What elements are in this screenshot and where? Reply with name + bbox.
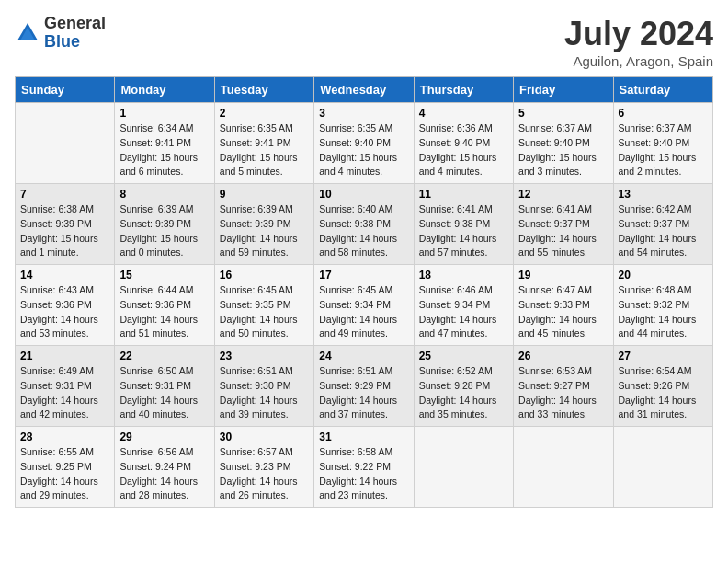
day-number: 2: [220, 107, 309, 120]
day-info: Sunrise: 6:37 AM Sunset: 9:40 PM Dayligh…: [619, 121, 708, 179]
day-number: 10: [319, 188, 408, 201]
day-info: Sunrise: 6:39 AM Sunset: 9:39 PM Dayligh…: [119, 202, 209, 260]
day-of-week-header: Saturday: [613, 77, 712, 103]
page-header: General Blue July 2024 Aguilon, Aragon, …: [15, 15, 713, 69]
day-number: 4: [419, 107, 508, 120]
calendar-cell: 1Sunrise: 6:34 AM Sunset: 9:41 PM Daylig…: [115, 103, 214, 184]
calendar-week-row: 14Sunrise: 6:43 AM Sunset: 9:36 PM Dayli…: [16, 265, 713, 346]
day-number: 18: [419, 269, 508, 282]
day-number: 26: [518, 350, 608, 362]
calendar-cell: 20Sunrise: 6:48 AM Sunset: 9:32 PM Dayli…: [613, 265, 712, 346]
logo-general-text: General: [44, 15, 106, 33]
calendar-cell: 29Sunrise: 6:56 AM Sunset: 9:24 PM Dayli…: [115, 427, 214, 508]
calendar-cell: [514, 427, 613, 508]
day-number: 22: [119, 350, 209, 362]
day-info: Sunrise: 6:55 AM Sunset: 9:25 PM Dayligh…: [20, 445, 109, 503]
day-of-week-header: Monday: [115, 77, 214, 103]
day-info: Sunrise: 6:43 AM Sunset: 9:36 PM Dayligh…: [20, 283, 109, 341]
calendar-cell: 18Sunrise: 6:46 AM Sunset: 9:34 PM Dayli…: [414, 265, 513, 346]
day-info: Sunrise: 6:57 AM Sunset: 9:23 PM Dayligh…: [220, 445, 309, 503]
day-number: 17: [319, 269, 408, 282]
day-info: Sunrise: 6:40 AM Sunset: 9:38 PM Dayligh…: [319, 202, 408, 260]
day-number: 7: [20, 188, 109, 201]
day-info: Sunrise: 6:35 AM Sunset: 9:41 PM Dayligh…: [220, 121, 309, 179]
calendar-header-row: SundayMondayTuesdayWednesdayThursdayFrid…: [16, 77, 713, 103]
calendar-week-row: 21Sunrise: 6:49 AM Sunset: 9:31 PM Dayli…: [16, 346, 713, 427]
calendar-table: SundayMondayTuesdayWednesdayThursdayFrid…: [15, 76, 713, 508]
day-number: 29: [119, 431, 209, 443]
calendar-cell: 5Sunrise: 6:37 AM Sunset: 9:40 PM Daylig…: [514, 103, 613, 184]
day-info: Sunrise: 6:51 AM Sunset: 9:29 PM Dayligh…: [319, 364, 408, 422]
day-number: 12: [518, 188, 608, 201]
calendar-cell: [16, 103, 115, 184]
calendar-cell: 4Sunrise: 6:36 AM Sunset: 9:40 PM Daylig…: [414, 103, 513, 184]
day-of-week-header: Tuesday: [214, 77, 313, 103]
day-info: Sunrise: 6:34 AM Sunset: 9:41 PM Dayligh…: [119, 121, 209, 179]
day-info: Sunrise: 6:39 AM Sunset: 9:39 PM Dayligh…: [220, 202, 309, 260]
logo: General Blue: [15, 15, 106, 52]
day-number: 16: [220, 269, 309, 282]
calendar-cell: 10Sunrise: 6:40 AM Sunset: 9:38 PM Dayli…: [314, 184, 414, 265]
day-number: 25: [419, 350, 508, 362]
calendar-cell: 11Sunrise: 6:41 AM Sunset: 9:38 PM Dayli…: [414, 184, 513, 265]
day-info: Sunrise: 6:58 AM Sunset: 9:22 PM Dayligh…: [319, 445, 408, 503]
calendar-cell: 3Sunrise: 6:35 AM Sunset: 9:40 PM Daylig…: [314, 103, 414, 184]
day-info: Sunrise: 6:38 AM Sunset: 9:39 PM Dayligh…: [20, 202, 109, 260]
calendar-cell: 31Sunrise: 6:58 AM Sunset: 9:22 PM Dayli…: [314, 427, 414, 508]
calendar-cell: 21Sunrise: 6:49 AM Sunset: 9:31 PM Dayli…: [16, 346, 115, 427]
day-number: 9: [220, 188, 309, 201]
day-info: Sunrise: 6:42 AM Sunset: 9:37 PM Dayligh…: [619, 202, 708, 260]
day-number: 28: [20, 431, 109, 443]
logo-blue-text: Blue: [44, 33, 106, 52]
day-of-week-header: Wednesday: [314, 77, 414, 103]
day-info: Sunrise: 6:45 AM Sunset: 9:34 PM Dayligh…: [319, 283, 408, 341]
day-number: 1: [119, 107, 209, 120]
day-info: Sunrise: 6:56 AM Sunset: 9:24 PM Dayligh…: [119, 445, 209, 503]
calendar-cell: 2Sunrise: 6:35 AM Sunset: 9:41 PM Daylig…: [214, 103, 313, 184]
calendar-week-row: 1Sunrise: 6:34 AM Sunset: 9:41 PM Daylig…: [16, 103, 713, 184]
calendar-week-row: 28Sunrise: 6:55 AM Sunset: 9:25 PM Dayli…: [16, 427, 713, 508]
day-number: 24: [319, 350, 408, 362]
month-year-title: July 2024: [564, 15, 713, 53]
day-info: Sunrise: 6:54 AM Sunset: 9:26 PM Dayligh…: [619, 364, 708, 422]
day-number: 27: [619, 350, 708, 362]
calendar-cell: 7Sunrise: 6:38 AM Sunset: 9:39 PM Daylig…: [16, 184, 115, 265]
day-info: Sunrise: 6:51 AM Sunset: 9:30 PM Dayligh…: [220, 364, 309, 422]
calendar-cell: 14Sunrise: 6:43 AM Sunset: 9:36 PM Dayli…: [16, 265, 115, 346]
calendar-cell: 26Sunrise: 6:53 AM Sunset: 9:27 PM Dayli…: [514, 346, 613, 427]
calendar-cell: 13Sunrise: 6:42 AM Sunset: 9:37 PM Dayli…: [613, 184, 712, 265]
day-number: 23: [220, 350, 309, 362]
location-subtitle: Aguilon, Aragon, Spain: [564, 53, 713, 69]
day-info: Sunrise: 6:44 AM Sunset: 9:36 PM Dayligh…: [119, 283, 209, 341]
day-info: Sunrise: 6:36 AM Sunset: 9:40 PM Dayligh…: [419, 121, 508, 179]
calendar-cell: [613, 427, 712, 508]
day-number: 30: [220, 431, 309, 443]
calendar-cell: 9Sunrise: 6:39 AM Sunset: 9:39 PM Daylig…: [214, 184, 313, 265]
calendar-cell: 23Sunrise: 6:51 AM Sunset: 9:30 PM Dayli…: [214, 346, 313, 427]
day-info: Sunrise: 6:47 AM Sunset: 9:33 PM Dayligh…: [518, 283, 608, 341]
calendar-cell: 25Sunrise: 6:52 AM Sunset: 9:28 PM Dayli…: [414, 346, 513, 427]
calendar-cell: 6Sunrise: 6:37 AM Sunset: 9:40 PM Daylig…: [613, 103, 712, 184]
calendar-cell: 15Sunrise: 6:44 AM Sunset: 9:36 PM Dayli…: [115, 265, 214, 346]
day-info: Sunrise: 6:52 AM Sunset: 9:28 PM Dayligh…: [419, 364, 508, 422]
day-info: Sunrise: 6:50 AM Sunset: 9:31 PM Dayligh…: [119, 364, 209, 422]
calendar-cell: 17Sunrise: 6:45 AM Sunset: 9:34 PM Dayli…: [314, 265, 414, 346]
calendar-cell: 30Sunrise: 6:57 AM Sunset: 9:23 PM Dayli…: [214, 427, 313, 508]
day-number: 31: [319, 431, 408, 443]
day-number: 19: [518, 269, 608, 282]
day-number: 13: [619, 188, 708, 201]
day-of-week-header: Friday: [514, 77, 613, 103]
day-info: Sunrise: 6:41 AM Sunset: 9:37 PM Dayligh…: [518, 202, 608, 260]
day-number: 15: [119, 269, 209, 282]
day-info: Sunrise: 6:49 AM Sunset: 9:31 PM Dayligh…: [20, 364, 109, 422]
day-number: 20: [619, 269, 708, 282]
day-info: Sunrise: 6:46 AM Sunset: 9:34 PM Dayligh…: [419, 283, 508, 341]
day-of-week-header: Thursday: [414, 77, 513, 103]
title-block: July 2024 Aguilon, Aragon, Spain: [564, 15, 713, 69]
day-number: 14: [20, 269, 109, 282]
calendar-cell: 12Sunrise: 6:41 AM Sunset: 9:37 PM Dayli…: [514, 184, 613, 265]
day-info: Sunrise: 6:45 AM Sunset: 9:35 PM Dayligh…: [220, 283, 309, 341]
calendar-cell: 22Sunrise: 6:50 AM Sunset: 9:31 PM Dayli…: [115, 346, 214, 427]
calendar-cell: 19Sunrise: 6:47 AM Sunset: 9:33 PM Dayli…: [514, 265, 613, 346]
day-info: Sunrise: 6:37 AM Sunset: 9:40 PM Dayligh…: [518, 121, 608, 179]
